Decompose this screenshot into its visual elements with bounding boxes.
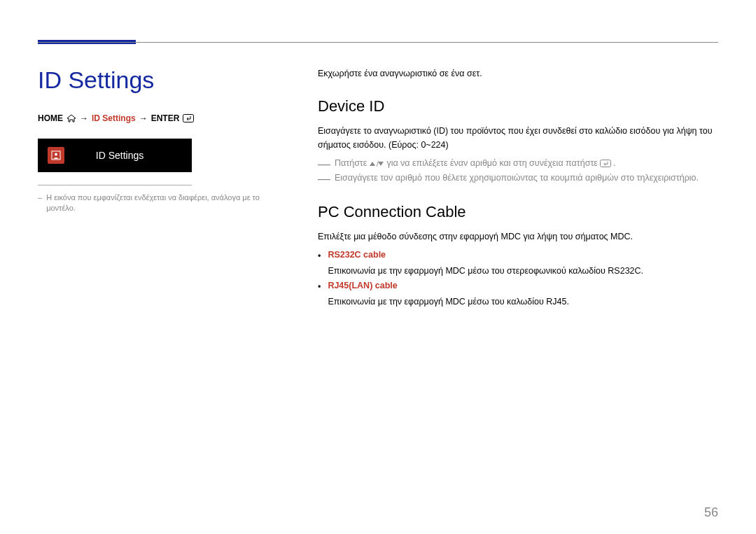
home-icon xyxy=(66,114,76,122)
device-id-note-2: ― Εισαγάγετε τον αριθμό που θέλετε χρησι… xyxy=(318,171,718,185)
heading-pc-cable: PC Connection Cable xyxy=(318,203,718,221)
device-id-body: Εισαγάγετε το αναγνωριστικό (ID) του προ… xyxy=(318,124,718,152)
menu-tile-id-settings: ID Settings xyxy=(38,139,192,172)
page-number: 56 xyxy=(704,505,718,520)
breadcrumb-arrow-2: → xyxy=(139,113,148,123)
breadcrumb: HOME → ID Settings → ENTER xyxy=(38,113,269,123)
svg-rect-4 xyxy=(600,160,610,167)
intro-text: Εκχωρήστε ένα αναγνωριστικό σε ένα σετ. xyxy=(318,66,718,80)
heading-device-id: Device ID xyxy=(318,97,718,115)
device-id-notes: ― Πατήστε / για να επιλέξετε έναν αριθμό… xyxy=(318,156,718,186)
note1-part-a: Πατήστε xyxy=(335,156,367,171)
option-rj45: • RJ45(LAN) cable Επικοινωνία με την εφα… xyxy=(318,279,718,310)
enter-icon xyxy=(183,114,194,122)
breadcrumb-arrow-1: → xyxy=(80,113,88,123)
left-column: ID Settings HOME → ID Settings → ENTER I… xyxy=(38,66,269,214)
svg-point-2 xyxy=(55,153,57,156)
option-rs232c: • RS232C cable Επικοινωνία με την εφαρμο… xyxy=(318,248,718,279)
bullet-icon: • xyxy=(318,249,321,264)
pc-cable-body: Επιλέξτε μια μέθοδο σύνδεσης στην εφαρμο… xyxy=(318,230,718,244)
option-rs232c-body: Επικοινωνία με την εφαρμογή MDC μέσω του… xyxy=(328,266,643,276)
note-text: Η εικόνα που εμφανίζεται ενδέχεται να δι… xyxy=(46,192,269,214)
option-rs232c-label: RS232C cable xyxy=(328,248,718,262)
note1-part-c: . xyxy=(613,156,615,171)
device-id-note-1: ― Πατήστε / για να επιλέξετε έναν αριθμό… xyxy=(318,156,718,171)
page-title: ID Settings xyxy=(38,66,269,94)
menu-tile-label: ID Settings xyxy=(74,150,182,161)
left-divider xyxy=(38,185,192,185)
pc-cable-options: • RS232C cable Επικοινωνία με την εφαρμο… xyxy=(318,248,718,310)
note2-text: Εισαγάγετε τον αριθμό που θέλετε χρησιμο… xyxy=(335,171,699,185)
svg-rect-0 xyxy=(183,115,194,122)
left-note: – Η εικόνα που εμφανίζεται ενδέχεται να … xyxy=(38,192,269,214)
option-rj45-body: Επικοινωνία με την εφαρμογή MDC μέσω του… xyxy=(328,297,568,307)
svg-text:/: / xyxy=(377,160,379,167)
right-column: Εκχωρήστε ένα αναγνωριστικό σε ένα σετ. … xyxy=(318,66,718,310)
up-down-arrow-icon: / xyxy=(369,160,384,167)
note1-part-b: για να επιλέξετε έναν αριθμό και στη συν… xyxy=(386,156,598,171)
bullet-icon: • xyxy=(318,280,321,295)
breadcrumb-home: HOME xyxy=(38,113,63,123)
breadcrumb-enter: ENTER xyxy=(151,113,180,123)
dash-icon: ― xyxy=(318,172,330,185)
breadcrumb-mid: ID Settings xyxy=(92,113,136,123)
header-rule xyxy=(38,42,718,43)
id-settings-tile-icon xyxy=(48,147,64,164)
dash-icon: ― xyxy=(318,157,330,170)
note-dash: – xyxy=(38,192,42,214)
option-rj45-label: RJ45(LAN) cable xyxy=(328,279,718,293)
enter-inline-icon xyxy=(600,160,611,167)
